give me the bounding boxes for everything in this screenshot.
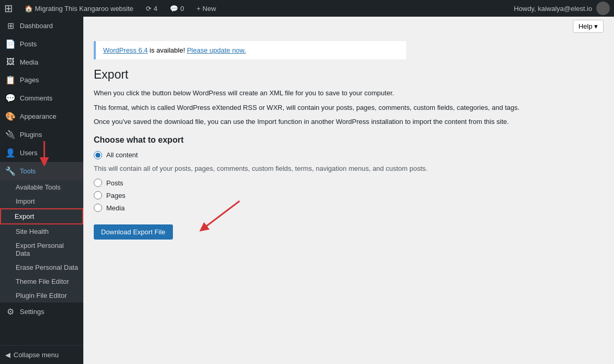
desc-1: When you click the button below WordPres… — [94, 88, 542, 98]
all-content-description: This will contain all of your posts, pag… — [94, 164, 448, 174]
updates-link[interactable]: ⟳ 4 — [143, 5, 160, 12]
sidebar-item-appearance[interactable]: 🎨 Appearance — [0, 107, 83, 125]
submenu-export-personal-data[interactable]: Export Personal Data — [0, 239, 83, 260]
posts-label[interactable]: Posts — [106, 179, 123, 187]
comments-icon: 💬 — [170, 5, 178, 12]
comments-count: 0 — [180, 5, 184, 12]
wp-logo-icon[interactable]: ⊞ — [4, 2, 13, 15]
sidebar-item-dashboard[interactable]: ⊞ Dashboard — [0, 17, 83, 35]
sidebar-item-comments[interactable]: 💬 Comments — [0, 89, 83, 107]
sidebar-item-label: Settings — [20, 308, 44, 316]
collapse-icon: ◀ — [5, 351, 10, 359]
submenu-available-tools[interactable]: Available Tools — [0, 180, 83, 194]
page-title: Export — [94, 68, 604, 82]
updates-count: 4 — [154, 5, 157, 12]
sidebar-item-label: Plugins — [20, 131, 42, 139]
sidebar-item-label: Comments — [20, 94, 53, 102]
sidebar-item-label: Users — [20, 149, 37, 157]
sidebar-item-label: Media — [20, 58, 38, 66]
submenu-erase-personal-data[interactable]: Erase Personal Data — [0, 260, 83, 274]
update-now-link[interactable]: Please update now. — [187, 46, 246, 54]
radio-posts: Posts — [94, 179, 604, 187]
wordpress-version-link[interactable]: WordPress 6.4 — [103, 46, 148, 54]
submenu-theme-file-editor[interactable]: Theme File Editor — [0, 274, 83, 288]
media-label[interactable]: Media — [106, 204, 124, 212]
sidebar-item-tools[interactable]: 🔧 Tools — [0, 162, 83, 180]
submenu-import[interactable]: Import — [0, 194, 83, 208]
sidebar-item-pages[interactable]: 📋 Pages — [0, 71, 83, 89]
desc-2: This format, which is called WordPress e… — [94, 103, 542, 113]
radio-all-content: All content — [94, 151, 604, 159]
collapse-menu-button[interactable]: ◀ Collapse menu — [0, 346, 83, 364]
sidebar-item-label: Appearance — [20, 112, 56, 120]
avatar[interactable] — [596, 2, 610, 15]
site-name-link[interactable]: 🏠 Migrating This Kangaroo website — [21, 5, 136, 12]
section-title: Choose what to export — [94, 135, 604, 145]
update-notice: WordPress 6.4 is available! Please updat… — [94, 41, 406, 59]
new-content-link[interactable]: + New — [194, 5, 219, 12]
comments-link[interactable]: 💬 0 — [167, 5, 187, 12]
radio-media: Media — [94, 204, 604, 212]
admin-bar: ⊞ 🏠 Migrating This Kangaroo website ⟳ 4 … — [0, 0, 614, 17]
sidebar-item-users[interactable]: 👤 Users — [0, 144, 83, 162]
radio-pages-input[interactable] — [94, 191, 102, 199]
dashboard-icon: ⊞ — [5, 21, 16, 31]
plugins-icon: 🔌 — [5, 130, 16, 140]
updates-icon: ⟳ — [146, 5, 152, 12]
submenu-site-health[interactable]: Site Health — [0, 224, 83, 239]
sidebar-item-posts[interactable]: 📄 Posts — [0, 35, 83, 53]
submenu-plugin-file-editor[interactable]: Plugin File Editor — [0, 288, 83, 303]
pages-label[interactable]: Pages — [106, 192, 126, 199]
howdy-text: Howdy, kaiwalya@elest.io — [514, 5, 592, 12]
sidebar: ⊞ Dashboard 📄 Posts 🖼 Media 📋 Pages 💬 Co… — [0, 17, 83, 364]
radio-media-input[interactable] — [94, 204, 102, 212]
media-icon: 🖼 — [5, 57, 16, 67]
comments-sidebar-icon: 💬 — [5, 93, 16, 103]
settings-icon: ⚙ — [5, 307, 16, 317]
radio-all-content-input[interactable] — [94, 151, 102, 159]
site-name-text: Migrating This Kangaroo website — [35, 5, 133, 12]
sidebar-item-label: Tools — [20, 167, 35, 175]
main-content: Help ▾ WordPress 6.4 is available! Pleas… — [83, 17, 614, 364]
new-label: + New — [197, 5, 216, 12]
sidebar-item-media[interactable]: 🖼 Media — [0, 53, 83, 71]
tools-icon: 🔧 — [5, 166, 16, 176]
users-icon: 👤 — [5, 148, 16, 158]
radio-posts-input[interactable] — [94, 179, 102, 187]
desc-3: Once you've saved the download file, you… — [94, 117, 542, 127]
posts-icon: 📄 — [5, 39, 16, 49]
download-export-file-button[interactable]: Download Export File — [94, 224, 173, 240]
sidebar-item-plugins[interactable]: 🔌 Plugins — [0, 125, 83, 144]
site-icon: 🏠 — [24, 5, 33, 12]
sidebar-item-label: Posts — [20, 40, 37, 48]
help-button[interactable]: Help ▾ — [573, 20, 604, 33]
export-options: All content This will contain all of you… — [94, 151, 604, 212]
sidebar-item-settings[interactable]: ⚙ Settings — [0, 303, 83, 321]
pages-icon: 📋 — [5, 75, 16, 85]
download-area: Download Export File — [94, 224, 173, 240]
submenu-export[interactable]: Export — [0, 208, 83, 224]
appearance-icon: 🎨 — [5, 111, 16, 121]
sidebar-item-label: Dashboard — [20, 22, 53, 30]
collapse-label: Collapse menu — [14, 351, 59, 359]
radio-pages: Pages — [94, 191, 604, 199]
sidebar-item-label: Pages — [20, 76, 39, 84]
all-content-label[interactable]: All content — [106, 151, 138, 159]
